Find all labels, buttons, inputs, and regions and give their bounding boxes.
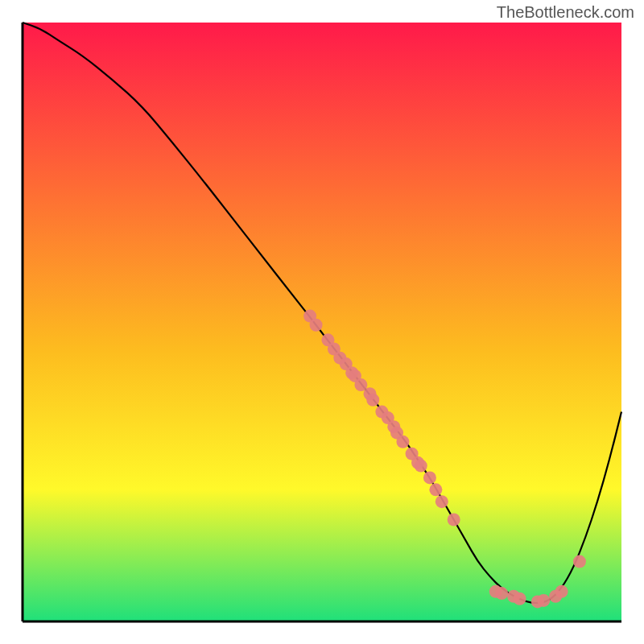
- data-point: [436, 495, 448, 508]
- bottleneck-chart: [0, 0, 644, 644]
- data-point: [396, 436, 409, 448]
- watermark-text: TheBottleneck.com: [497, 3, 634, 22]
- data-point: [310, 319, 323, 332]
- data-point: [573, 555, 586, 568]
- data-point: [423, 471, 436, 484]
- data-point: [448, 514, 460, 526]
- data-point: [537, 594, 550, 607]
- plot-background: [23, 23, 621, 621]
- chart-container: TheBottleneck.com: [0, 0, 644, 644]
- data-point: [366, 394, 379, 407]
- data-point: [495, 587, 508, 600]
- data-point: [555, 585, 568, 598]
- data-point: [429, 483, 442, 496]
- data-point: [415, 460, 427, 473]
- data-point: [514, 592, 526, 605]
